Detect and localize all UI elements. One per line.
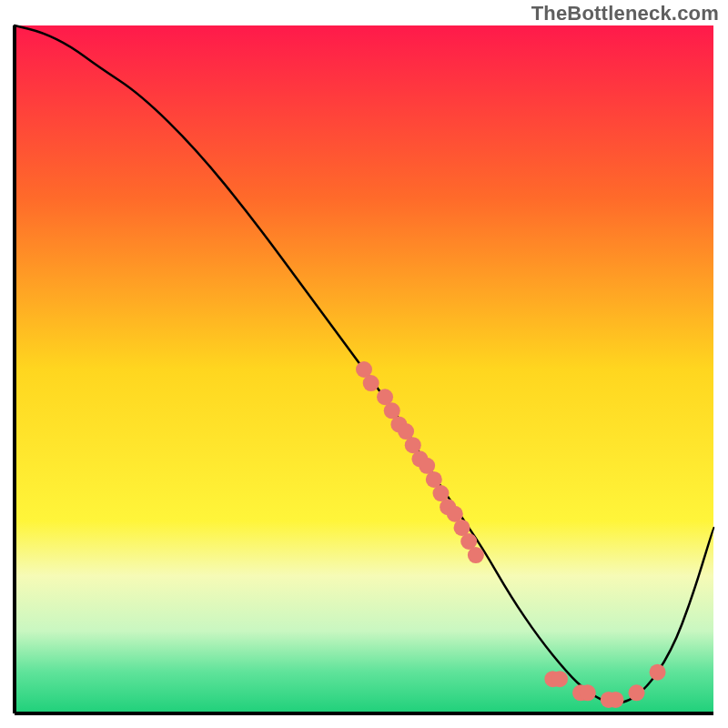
attribution-label: TheBottleneck.com bbox=[531, 2, 719, 25]
chart-svg bbox=[13, 24, 715, 715]
data-marker bbox=[650, 664, 666, 681]
plot-area bbox=[13, 24, 715, 715]
data-marker bbox=[363, 375, 379, 391]
data-marker bbox=[607, 692, 623, 708]
data-marker bbox=[580, 684, 596, 701]
chart-container: TheBottleneck.com bbox=[0, 0, 728, 728]
data-marker bbox=[629, 684, 645, 701]
data-marker bbox=[551, 671, 568, 687]
data-marker bbox=[468, 547, 484, 563]
